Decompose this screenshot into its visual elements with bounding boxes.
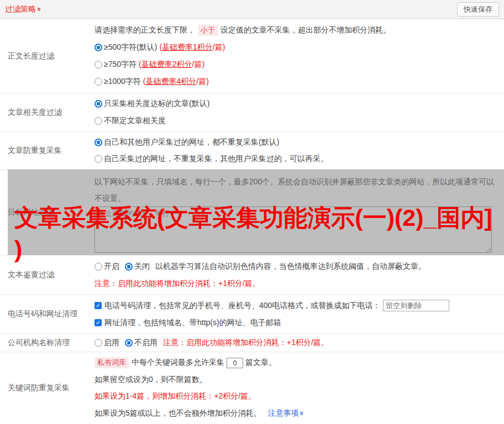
row-label-keyword-dedup: 关键词防重复采集 [0, 352, 95, 424]
length-option-500-label: ≥500字符(默认) [104, 43, 157, 52]
porn-options-line: 开启 关闭 以机器学习算法自动识别色情内容，当色情概率达到系统阈值，自动屏蔽文章… [95, 258, 500, 275]
keyword-note-zero: 如果留空或设为0，则不限篇数。 [95, 372, 500, 389]
radio-porn-on[interactable] [95, 263, 102, 271]
radio-relevance-strict-selected[interactable] [95, 100, 102, 108]
keyword-limit-text: 中每个关键词最多允许采集 [132, 358, 224, 368]
length-option-1000: ≥1000字符 (基础费率4积分/篇) [95, 73, 500, 91]
relevance-option-1: 只采集相关度达标的文章(默认) [95, 96, 500, 113]
length-option-750-fee: (基础费率2积分/篇) [139, 60, 204, 70]
row-label-phone-clean: 电话号码和网址清理 [0, 295, 95, 333]
row-content-phone-clean: ✓ 电话号码清理，包括常见的手机号、座机号、400电话格式，或替换成如下电话： … [95, 295, 504, 333]
company-on-label: 启用 [104, 338, 119, 348]
radio-relevance-any[interactable] [95, 117, 102, 125]
filter-settings-page: 过滤策略 » 快速保存 正文长度过滤 请选择需求的正文长度下限， 小于 设定值的… [0, 0, 504, 424]
company-cost-note: 注意：启用此功能将增加积分消耗：+1积分/篇。 [163, 338, 329, 348]
company-off-label: 不启用 [134, 338, 158, 348]
section-toggle-filter-strategy[interactable]: 过滤策略 » [5, 4, 41, 14]
url-clean-line: ✓ 网址清理，包括纯域名、带http(s)的网址、电子邮箱 [95, 314, 500, 331]
filter-row-length: 正文长度过滤 请选择需求的正文长度下限， 小于 设定值的文章不采集，超出部分不增… [0, 19, 504, 93]
filter-row-relevance: 文章相关度过滤 只采集相关度达标的文章(默认) 不限定文章相关度 [0, 93, 504, 131]
filter-row-keyword-dedup: 关键词防重复采集 私有词库 中每个关键词最多允许采集 篇文章。 如果留空或设为0… [0, 352, 504, 424]
radio-company-off-selected[interactable] [125, 339, 133, 347]
checkbox-phone-clean-checked[interactable]: ✓ [95, 302, 102, 309]
row-content-dedup: 自己和其他用户采集过的网址，都不重复采集(默认) 自己采集过的网址，不重复采集，… [95, 132, 504, 169]
dedup-option-1-label: 自己和其他用户采集过的网址，都不重复采集(默认) [104, 137, 279, 147]
length-desc-post: 设定值的文章不采集，超出部分不增加积分消耗。 [221, 25, 391, 35]
keyword-note-five: 如果设为5篇或以上，也不会额外增加积分消耗。 注意事项 » [95, 405, 500, 422]
watermark-mask-overlay [8, 169, 504, 255]
row-label-dedup: 文章防重复采集 [0, 132, 95, 169]
porn-description: 以机器学习算法自动识别色情内容，当色情概率达到系统阈值，自动屏蔽文章。 [155, 262, 426, 272]
keyword-limit-tail: 篇文章。 [245, 358, 276, 368]
filter-row-porn: 文本鉴黄过滤 开启 关闭 以机器学习算法自动识别色情内容，当色情概率达到系统阈值… [0, 255, 504, 294]
notes-link-label: 注意事项 [268, 409, 299, 418]
keyword-note-cost: 如果设为1-4篇，则增加积分消耗：+2积分/篇。 [95, 388, 500, 405]
row-label-company-clean: 公司机构名称清理 [0, 334, 95, 352]
radio-dedup-self-only[interactable] [95, 155, 102, 163]
row-label-length: 正文长度过滤 [0, 19, 95, 93]
porn-cost-note: 注意：启用此功能将增加积分消耗：+1积分/篇。 [95, 275, 500, 292]
row-label-porn: 文本鉴黄过滤 [0, 256, 95, 294]
dedup-option-2: 自己采集过的网址，不重复采集，其他用户采集过的，可以再采。 [95, 151, 500, 167]
chevron-double-down-icon: » [298, 411, 306, 415]
length-option-750-label: ≥750字符 [104, 60, 136, 70]
quick-save-button[interactable]: 快速保存 [457, 2, 499, 17]
chevron-double-down-icon: » [35, 7, 44, 11]
length-desc-pre: 请选择需求的正文长度下限， [95, 25, 195, 35]
length-option-500-fee: (基础费率1积分/篇) [159, 43, 225, 52]
radio-company-on[interactable] [95, 339, 102, 347]
row-content-relevance: 只采集相关度达标的文章(默认) 不限定文章相关度 [95, 93, 504, 131]
relevance-option-2: 不限定文章相关度 [95, 113, 500, 130]
length-option-1000-label: ≥1000字符 [104, 77, 141, 87]
checkbox-url-clean-checked[interactable]: ✓ [95, 319, 102, 326]
length-option-500: ≥500字符(默认) (基础费率1积分/篇) [95, 39, 500, 56]
checkmark-icon: ✓ [96, 302, 101, 309]
section-title-label: 过滤策略 [5, 4, 36, 14]
row-content-keyword-dedup: 私有词库 中每个关键词最多允许采集 篇文章。 如果留空或设为0，则不限篇数。 如… [95, 352, 504, 424]
porn-off-label: 关闭 [134, 262, 150, 272]
porn-on-label: 开启 [104, 262, 119, 272]
filter-row-dedup: 文章防重复采集 自己和其他用户采集过的网址，都不重复采集(默认) 自己采集过的网… [0, 131, 504, 169]
replacement-phone-input[interactable] [383, 300, 449, 311]
radio-1000[interactable] [95, 78, 102, 86]
length-option-1000-fee: (基础费率4积分/篇) [143, 77, 209, 87]
private-lexicon-badge: 私有词库 [95, 357, 129, 368]
keyword-limit-line: 私有词库 中每个关键词最多允许采集 篇文章。 [95, 354, 500, 372]
less-than-badge: 小于 [198, 25, 218, 36]
row-content-company-clean: 启用 不启用 注意：启用此功能将增加积分消耗：+1积分/篇。 [95, 334, 504, 352]
row-content-porn: 开启 关闭 以机器学习算法自动识别色情内容，当色情概率达到系统阈值，自动屏蔽文章… [95, 256, 504, 294]
radio-750[interactable] [95, 61, 102, 68]
filter-row-company-clean: 公司机构名称清理 启用 不启用 注意：启用此功能将增加积分消耗：+1积分/篇。 [0, 333, 504, 352]
phone-clean-line: ✓ 电话号码清理，包括常见的手机号、座机号、400电话格式，或替换成如下电话： [95, 297, 500, 314]
radio-porn-off-selected[interactable] [125, 263, 133, 271]
phone-clean-label: 电话号码清理，包括常见的手机号、座机号、400电话格式，或替换成如下电话： [104, 301, 380, 311]
company-clean-line: 启用 不启用 注意：启用此功能将增加积分消耗：+1积分/篇。 [95, 336, 500, 349]
url-clean-label: 网址清理，包括纯域名、带http(s)的网址、电子邮箱 [104, 318, 281, 328]
topbar: 过滤策略 » 快速保存 [0, 0, 504, 19]
relevance-option-2-label: 不限定文章相关度 [104, 116, 166, 126]
checkmark-icon: ✓ [96, 319, 101, 326]
keyword-max-count-input[interactable] [227, 358, 243, 368]
length-option-750: ≥750字符 (基础费率2积分/篇) [95, 56, 500, 73]
radio-500-selected[interactable] [95, 44, 102, 51]
length-description: 请选择需求的正文长度下限， 小于 设定值的文章不采集，超出部分不增加积分消耗。 [95, 22, 500, 39]
filter-row-phone-clean: 电话号码和网址清理 ✓ 电话号码清理，包括常见的手机号、座机号、400电话格式，… [0, 294, 504, 333]
keyword-note-five-text: 如果设为5篇或以上，也不会额外增加积分消耗。 [95, 409, 261, 418]
radio-dedup-global-selected[interactable] [95, 139, 102, 146]
relevance-option-1-label: 只采集相关度达标的文章(默认) [104, 99, 209, 109]
dedup-option-2-label: 自己采集过的网址，不重复采集，其他用户采集过的，可以再采。 [104, 154, 328, 164]
row-content-length: 请选择需求的正文长度下限， 小于 设定值的文章不采集，超出部分不增加积分消耗。 … [95, 19, 504, 93]
row-label-relevance: 文章相关度过滤 [0, 93, 95, 131]
dedup-option-1: 自己和其他用户采集过的网址，都不重复采集(默认) [95, 134, 500, 151]
notes-link[interactable]: 注意事项 » [268, 409, 304, 418]
